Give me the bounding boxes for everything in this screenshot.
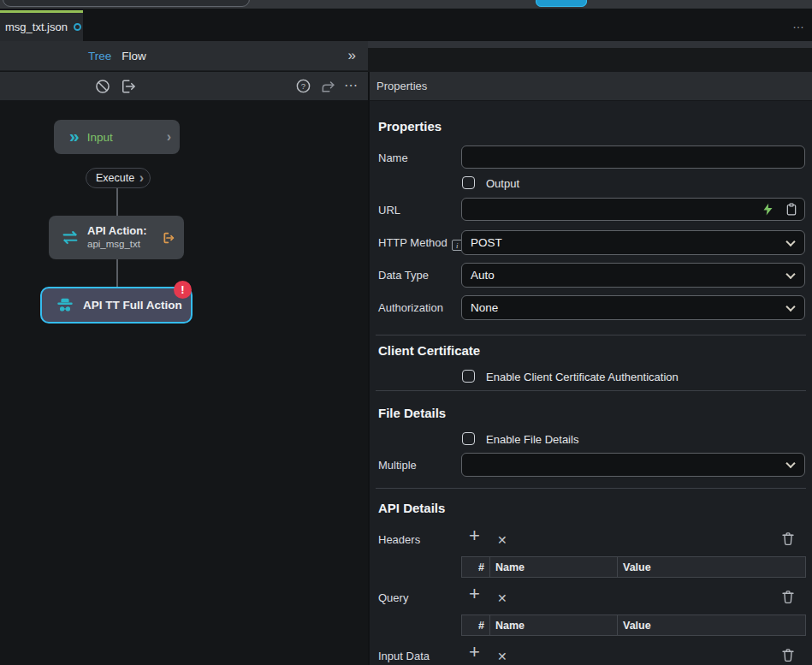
tab-title: msg_txt.json — [5, 21, 68, 33]
view-tabs: Tree Flow — [88, 41, 146, 71]
collapse-panel-icon[interactable]: » — [348, 41, 356, 71]
properties-panel: Properties Name Output URL HTTP Methodi … — [368, 101, 812, 665]
window-top-strip — [0, 0, 812, 9]
section-client-certificate-title: Client Certificate — [378, 343, 480, 358]
data-type-label: Data Type — [378, 269, 429, 282]
properties-panel-title: Properties — [376, 72, 427, 101]
node-api-tt-label: API TT Full Action — [83, 299, 182, 312]
chevron-down-icon — [785, 459, 795, 468]
section-file-details-title: File Details — [378, 406, 446, 420]
title-search-box[interactable] — [3, 0, 250, 7]
query-col-index: # — [462, 615, 490, 635]
flow-more-icon[interactable]: ⋯ — [344, 72, 359, 101]
headers-table[interactable]: # Name Value — [461, 556, 806, 578]
enable-file-details-label: Enable File Details — [486, 433, 578, 446]
chevron-down-icon — [785, 269, 795, 278]
spy-icon — [56, 296, 74, 315]
url-label: URL — [378, 204, 400, 217]
name-input[interactable] — [461, 145, 805, 169]
input-data-delete-icon[interactable] — [780, 646, 796, 663]
goto-action-icon[interactable] — [162, 231, 175, 245]
node-api-tt-full-action[interactable]: API TT Full Action — [40, 287, 193, 324]
section-divider — [376, 390, 806, 391]
primary-action-remnant[interactable] — [536, 0, 587, 7]
enable-client-cert-checkbox[interactable] — [462, 370, 475, 383]
right-group-tab-strip — [368, 41, 812, 48]
disable-icon[interactable] — [94, 78, 111, 95]
chevron-right-icon[interactable]: › — [167, 129, 171, 145]
input-data-label: Input Data — [378, 650, 430, 662]
query-clear-icon[interactable]: ✕ — [497, 590, 507, 607]
edge-api-to-tt — [116, 259, 118, 287]
query-col-name: Name — [490, 615, 618, 635]
headers-col-value: Value — [618, 557, 805, 577]
headers-add-icon[interactable]: + — [469, 527, 480, 544]
query-col-value: Value — [618, 615, 805, 635]
output-label: Output — [486, 177, 519, 190]
flow-toolbar: ? ⋯ — [0, 72, 368, 101]
enable-file-details-checkbox[interactable] — [462, 432, 475, 445]
section-properties-title: Properties — [378, 119, 442, 134]
flow-canvas[interactable]: » Input › Execute › API Action: api_msg_… — [0, 101, 368, 665]
error-badge: ! — [174, 281, 192, 299]
multiple-select[interactable] — [461, 453, 805, 477]
query-table[interactable]: # Name Value — [461, 615, 806, 636]
http-method-label: HTTP Methodi — [378, 236, 463, 251]
query-add-icon[interactable]: + — [469, 585, 480, 603]
data-type-select[interactable]: Auto — [461, 263, 805, 288]
section-api-details-title: API Details — [378, 501, 445, 515]
editor-tab-bar: msg_txt.json … — [0, 9, 812, 41]
multiple-label: Multiple — [378, 459, 417, 472]
node-input[interactable]: » Input › — [54, 120, 180, 154]
authorization-select[interactable]: None — [461, 295, 805, 320]
share-icon[interactable] — [320, 78, 337, 95]
node-api-action[interactable]: API Action: api_msg_txt — [49, 216, 184, 259]
enable-client-cert-label: Enable Client Certificate Authentication — [486, 371, 679, 383]
right-group-empty-area — [368, 48, 812, 72]
properties-panel-header: Properties — [368, 72, 812, 101]
app-window: msg_txt.json … Tree Flow » ? ⋯ Propertie… — [0, 0, 812, 665]
authorization-label: Authorization — [378, 301, 443, 314]
node-api-action-title: API Action: — [87, 224, 147, 238]
name-label: Name — [378, 151, 408, 164]
input-data-clear-icon[interactable]: ✕ — [497, 648, 507, 665]
section-divider — [376, 488, 806, 489]
query-label: Query — [378, 591, 408, 604]
swap-arrows-icon — [61, 229, 80, 247]
headers-clear-icon[interactable]: ✕ — [497, 531, 507, 549]
modified-indicator-icon[interactable] — [74, 23, 81, 31]
http-method-select[interactable]: POST — [461, 230, 805, 255]
node-api-action-text: API Action: api_msg_txt — [87, 224, 147, 251]
edge-execute-to-api — [116, 188, 118, 216]
node-execute[interactable]: Execute › — [86, 168, 151, 188]
headers-col-name: Name — [490, 557, 618, 577]
headers-delete-icon[interactable] — [780, 530, 796, 547]
input-data-add-icon[interactable]: + — [469, 644, 480, 661]
tab-msg-txt-json[interactable]: msg_txt.json — [0, 10, 83, 41]
chevron-down-icon — [785, 301, 795, 311]
tab-flow[interactable]: Flow — [122, 50, 146, 62]
url-input[interactable] — [461, 198, 805, 221]
view-switcher-bar: Tree Flow » — [0, 41, 368, 71]
output-checkbox[interactable] — [462, 176, 475, 189]
headers-col-index: # — [462, 557, 490, 577]
query-delete-icon[interactable] — [780, 588, 796, 605]
node-execute-label: Execute — [96, 172, 134, 184]
bolt-icon[interactable] — [762, 201, 774, 217]
tab-tree[interactable]: Tree — [88, 50, 111, 62]
tabbar-more-icon[interactable]: … — [792, 9, 805, 41]
node-api-action-subtitle: api_msg_txt — [87, 238, 147, 250]
double-chevron-icon: » — [69, 127, 80, 145]
node-input-label: Input — [87, 131, 113, 144]
headers-label: Headers — [378, 533, 420, 546]
chevron-down-icon — [785, 236, 795, 246]
export-icon[interactable] — [120, 78, 137, 95]
clipboard-icon[interactable] — [785, 201, 798, 217]
svg-text:?: ? — [301, 81, 305, 91]
help-icon[interactable]: ? — [295, 78, 312, 95]
section-divider — [376, 335, 806, 335]
chevron-right-icon[interactable]: › — [139, 170, 144, 186]
